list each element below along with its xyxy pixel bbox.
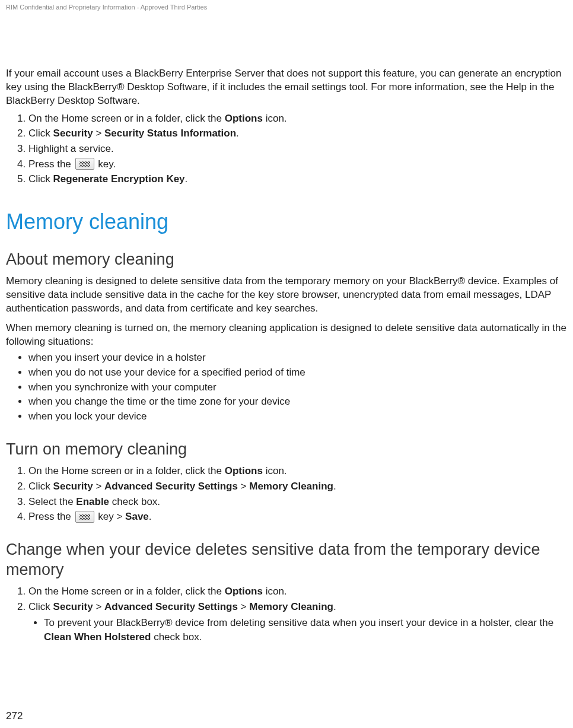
list-item: when you insert your device in a holster — [28, 351, 567, 365]
bold-label: Advanced Security Settings — [104, 481, 238, 492]
step-text: . — [333, 481, 336, 492]
step-item: Highlight a service. — [28, 142, 567, 157]
step-text: > — [238, 481, 249, 492]
step-text: Highlight a service. — [28, 143, 114, 154]
bold-label: Save — [125, 511, 149, 522]
bold-label: Memory Cleaning — [249, 481, 333, 492]
step-item: Click Security > Security Status Informa… — [28, 126, 567, 141]
step-text: Click — [28, 173, 53, 185]
bold-label: Security — [53, 601, 93, 612]
step-item: On the Home screen or in a folder, click… — [28, 584, 567, 599]
step-text: Click — [28, 601, 53, 612]
step-text: > — [238, 601, 249, 612]
paragraph: When memory cleaning is turned on, the m… — [6, 322, 567, 349]
step-item: On the Home screen or in a folder, click… — [28, 464, 567, 479]
bold-label: Security Status Information — [104, 128, 236, 139]
subsection-heading: About memory cleaning — [6, 250, 567, 270]
step-text: . — [149, 511, 152, 522]
bold-label: Security — [53, 481, 93, 492]
step-item: Click Regenerate Encryption Key. — [28, 172, 567, 187]
step-item: Press the key. — [28, 157, 567, 172]
step-text: . — [185, 173, 188, 185]
step-text: Click — [28, 481, 53, 492]
confidential-header: RIM Confidential and Proprietary Informa… — [6, 4, 567, 11]
change-steps: On the Home screen or in a folder, click… — [6, 584, 567, 644]
step-item: Select the Enable check box. — [28, 495, 567, 510]
step-text: check box. — [109, 496, 160, 507]
menu-key-icon — [75, 511, 94, 523]
step-item: Click Security > Advanced Security Setti… — [28, 600, 567, 644]
step-text: Press the — [28, 511, 74, 522]
step-text: On the Home screen or in a folder, click… — [28, 586, 225, 597]
menu-key-icon — [75, 158, 94, 170]
list-item: when you change the time or the time zon… — [28, 395, 567, 409]
step-text: check box. — [151, 631, 202, 643]
paragraph: Memory cleaning is designed to delete se… — [6, 275, 567, 316]
bold-label: Enable — [76, 496, 109, 507]
step-text: On the Home screen or in a folder, click… — [28, 465, 225, 476]
step-text: To prevent your BlackBerry® device from … — [44, 617, 553, 628]
list-item: when you lock your device — [28, 409, 567, 424]
step-item: On the Home screen or in a folder, click… — [28, 112, 567, 126]
step-text: > — [93, 601, 104, 612]
step-text: key. — [95, 158, 116, 170]
step-text: Press the — [28, 158, 74, 170]
list-item: when you synchronize with your computer — [28, 380, 567, 395]
turn-on-steps: On the Home screen or in a folder, click… — [6, 464, 567, 524]
step-text: . — [333, 601, 336, 612]
step-text: Click — [28, 128, 53, 139]
bold-label: Options — [225, 465, 263, 476]
intro-paragraph: If your email account uses a BlackBerry … — [6, 67, 567, 108]
sub-bullets: To prevent your BlackBerry® device from … — [28, 616, 567, 644]
section-heading: Memory cleaning — [6, 209, 567, 234]
bold-label: Security — [53, 128, 93, 139]
bold-label: Options — [225, 113, 263, 124]
step-text: > — [93, 481, 104, 492]
regenerate-key-steps: On the Home screen or in a folder, click… — [6, 112, 567, 187]
bold-label: Regenerate Encryption Key — [53, 173, 185, 185]
page-number: 272 — [6, 710, 23, 722]
subsection-heading: Turn on memory cleaning — [6, 440, 567, 460]
situations-list: when you insert your device in a holster… — [6, 351, 567, 424]
step-text: Select the — [28, 496, 76, 507]
step-text: . — [236, 128, 239, 139]
bold-label: Options — [225, 586, 263, 597]
subsection-heading: Change when your device deletes sensitiv… — [6, 540, 567, 580]
step-text: icon. — [263, 465, 287, 476]
step-text: icon. — [263, 113, 287, 124]
step-item: Click Security > Advanced Security Setti… — [28, 479, 567, 494]
step-item: Press the key > Save. — [28, 510, 567, 524]
step-text: > — [93, 128, 104, 139]
bold-label: Memory Cleaning — [249, 601, 333, 612]
bold-label: Clean When Holstered — [44, 631, 151, 643]
document-page: RIM Confidential and Proprietary Informa… — [0, 0, 573, 728]
list-item: To prevent your BlackBerry® device from … — [44, 616, 567, 644]
step-text: key > — [95, 511, 126, 522]
bold-label: Advanced Security Settings — [104, 601, 238, 612]
list-item: when you do not use your device for a sp… — [28, 365, 567, 380]
step-text: icon. — [263, 586, 287, 597]
step-text: On the Home screen or in a folder, click… — [28, 113, 225, 124]
